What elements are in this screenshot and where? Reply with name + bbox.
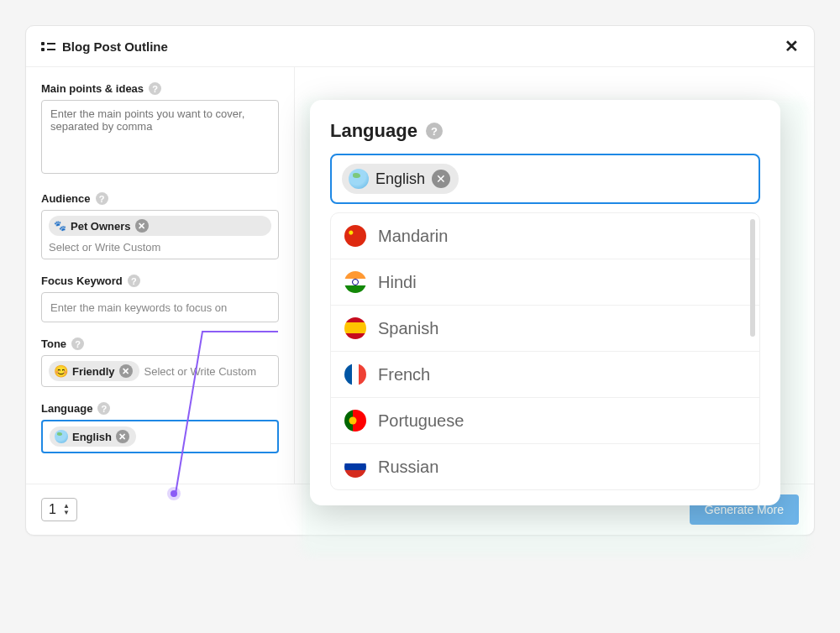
- help-icon[interactable]: ?: [71, 337, 84, 350]
- flag-icon-ru: [344, 456, 366, 478]
- count-value: 1: [49, 502, 56, 517]
- language-option-russian[interactable]: Russian: [331, 443, 759, 489]
- help-icon[interactable]: ?: [96, 192, 108, 205]
- form-column: Main points & ideas ? Audience ? 🐾 Pet O…: [26, 67, 295, 484]
- outline-icon: [41, 42, 55, 51]
- tone-tag[interactable]: 😊 Friendly ✕: [49, 361, 139, 381]
- language-label: Language: [41, 402, 92, 415]
- flag-icon-pt: [344, 410, 366, 432]
- annotation-dot: [167, 487, 181, 500]
- overlay-selected-box[interactable]: English ✕: [330, 154, 760, 204]
- language-option-label: French: [378, 365, 430, 385]
- panel-title: Blog Post Outline: [62, 39, 168, 54]
- remove-tag-icon[interactable]: ✕: [135, 219, 149, 233]
- language-dropdown-overlay: Language ? English ✕ MandarinHindiSpanis…: [310, 100, 780, 505]
- language-options-list: MandarinHindiSpanishFrenchPortugueseRuss…: [330, 212, 760, 490]
- language-option-label: Mandarin: [378, 227, 448, 246]
- help-icon[interactable]: ?: [426, 123, 443, 139]
- language-option-hindi[interactable]: Hindi: [331, 259, 759, 305]
- help-icon[interactable]: ?: [97, 402, 110, 415]
- stepper-arrows[interactable]: ▲▼: [63, 503, 70, 516]
- main-points-input[interactable]: [41, 100, 279, 174]
- language-option-spanish[interactable]: Spanish: [331, 305, 759, 351]
- overlay-selected-tag[interactable]: English ✕: [342, 164, 459, 194]
- scrollbar[interactable]: [750, 219, 755, 337]
- audience-tag[interactable]: 🐾 Pet Owners ✕: [49, 216, 271, 236]
- focus-keyword-field: Focus Keyword ?: [41, 275, 279, 322]
- language-field: Language ? English ✕: [41, 402, 279, 453]
- blog-post-outline-panel: Blog Post Outline ✕ Main points & ideas …: [25, 25, 815, 536]
- globe-icon: [55, 430, 68, 443]
- tone-placeholder: Select or Write Custom: [144, 365, 256, 378]
- tone-field: Tone ? 😊 Friendly ✕ Select or Write Cust…: [41, 337, 279, 387]
- friendly-icon: 😊: [54, 364, 68, 378]
- help-icon[interactable]: ?: [149, 82, 161, 95]
- overlay-title: Language: [330, 120, 417, 142]
- language-tag[interactable]: English ✕: [50, 426, 136, 447]
- remove-tag-icon[interactable]: ✕: [116, 430, 129, 443]
- language-option-label: Hindi: [378, 273, 417, 292]
- flag-icon-in: [344, 271, 366, 293]
- flag-icon-cn: [344, 225, 366, 247]
- language-option-label: Russian: [378, 458, 438, 477]
- language-option-label: Portuguese: [378, 411, 464, 431]
- language-input[interactable]: English ✕: [41, 420, 279, 453]
- audience-label: Audience: [41, 192, 91, 205]
- remove-tag-icon[interactable]: ✕: [432, 170, 450, 188]
- tone-label: Tone: [41, 337, 66, 350]
- close-icon[interactable]: ✕: [785, 36, 799, 56]
- help-icon[interactable]: ?: [128, 275, 140, 287]
- language-option-mandarin[interactable]: Mandarin: [331, 213, 759, 259]
- audience-input[interactable]: 🐾 Pet Owners ✕ Select or Write Custom: [41, 210, 279, 259]
- remove-tag-icon[interactable]: ✕: [119, 364, 133, 378]
- count-stepper[interactable]: 1 ▲▼: [41, 498, 77, 521]
- globe-icon: [349, 169, 369, 189]
- panel-header: Blog Post Outline ✕: [26, 26, 814, 67]
- focus-keyword-label: Focus Keyword: [41, 275, 123, 287]
- audience-placeholder: Select or Write Custom: [49, 241, 271, 254]
- language-option-french[interactable]: French: [331, 351, 759, 397]
- paw-icon: 🐾: [54, 220, 66, 232]
- flag-icon-fr: [344, 364, 366, 385]
- main-points-label: Main points & ideas: [41, 82, 144, 95]
- language-option-label: Spanish: [378, 319, 438, 338]
- tone-input[interactable]: 😊 Friendly ✕ Select or Write Custom: [41, 355, 279, 387]
- flag-icon-es: [344, 317, 366, 339]
- language-option-portuguese[interactable]: Portuguese: [331, 397, 759, 443]
- audience-field: Audience ? 🐾 Pet Owners ✕ Select or Writ…: [41, 192, 279, 259]
- focus-keyword-input[interactable]: [41, 292, 279, 322]
- main-points-field: Main points & ideas ?: [41, 82, 279, 177]
